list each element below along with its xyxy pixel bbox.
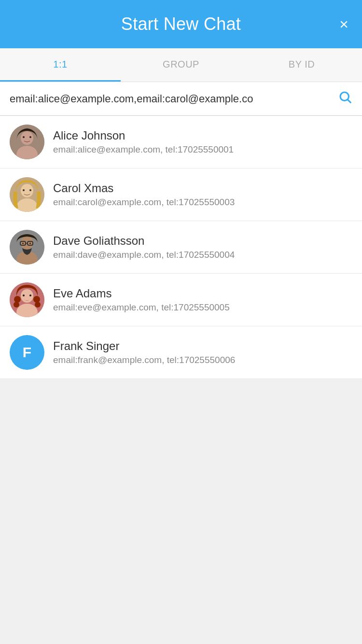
contact-detail-eve: email:eve@example.com, tel:17025550005	[53, 302, 352, 313]
svg-point-18	[22, 243, 24, 244]
contact-name-frank: Frank Singer	[53, 339, 352, 353]
tab-bar: 1:1 GROUP BY ID	[0, 48, 362, 82]
tab-byid[interactable]: BY ID	[241, 48, 362, 82]
contact-info-alice: Alice Johnson email:alice@example.com, t…	[53, 129, 352, 155]
contact-item-frank[interactable]: F Frank Singer email:frank@example.com, …	[0, 326, 362, 379]
avatar-eve	[10, 282, 44, 317]
search-icon[interactable]	[338, 90, 352, 108]
tab-1v1[interactable]: 1:1	[0, 48, 121, 82]
svg-point-3	[21, 131, 33, 145]
svg-point-24	[29, 294, 31, 296]
svg-point-5	[23, 136, 25, 138]
svg-point-19	[29, 243, 31, 244]
svg-point-23	[23, 294, 25, 296]
contact-detail-dave: email:dave@example.com, tel:17025550004	[53, 250, 352, 260]
avatar-frank: F	[10, 335, 44, 370]
avatar-dave	[10, 230, 44, 265]
tab-group[interactable]: GROUP	[121, 48, 241, 82]
svg-point-25	[14, 296, 21, 303]
contact-item-carol[interactable]: Carol Xmas email:carol@example.com, tel:…	[0, 168, 362, 221]
contact-name-eve: Eve Adams	[53, 287, 352, 300]
contact-info-carol: Carol Xmas email:carol@example.com, tel:…	[53, 182, 352, 208]
contact-item-eve[interactable]: Eve Adams email:eve@example.com, tel:170…	[0, 274, 362, 326]
contact-name-carol: Carol Xmas	[53, 182, 352, 195]
contact-name-alice: Alice Johnson	[53, 129, 352, 142]
contact-list: Alice Johnson email:alice@example.com, t…	[0, 116, 362, 379]
contact-detail-frank: email:frank@example.com, tel:17025550006	[53, 355, 352, 365]
page-title: Start New Chat	[121, 14, 241, 34]
svg-point-8	[21, 184, 33, 197]
contact-item-dave[interactable]: Dave Goliathsson email:dave@example.com,…	[0, 221, 362, 274]
contact-info-eve: Eve Adams email:eve@example.com, tel:170…	[53, 287, 352, 313]
svg-point-27	[33, 296, 40, 303]
close-button[interactable]: ×	[339, 16, 348, 32]
avatar-initial-frank: F	[23, 344, 31, 361]
contact-detail-alice: email:alice@example.com, tel:17025550001	[53, 144, 352, 155]
svg-line-1	[348, 100, 350, 102]
svg-point-6	[29, 136, 31, 138]
header: Start New Chat ×	[0, 0, 362, 48]
svg-point-10	[23, 189, 25, 191]
svg-point-11	[29, 189, 31, 191]
contact-name-dave: Dave Goliathsson	[53, 234, 352, 248]
contact-item-alice[interactable]: Alice Johnson email:alice@example.com, t…	[0, 116, 362, 168]
contact-info-frank: Frank Singer email:frank@example.com, te…	[53, 339, 352, 365]
search-input[interactable]	[10, 93, 332, 105]
contact-info-dave: Dave Goliathsson email:dave@example.com,…	[53, 234, 352, 260]
search-bar	[0, 82, 362, 116]
avatar-alice	[10, 125, 44, 159]
contact-detail-carol: email:carol@example.com, tel:17025550003	[53, 197, 352, 208]
svg-point-28	[35, 302, 41, 308]
avatar-carol	[10, 177, 44, 212]
svg-point-26	[14, 302, 19, 308]
